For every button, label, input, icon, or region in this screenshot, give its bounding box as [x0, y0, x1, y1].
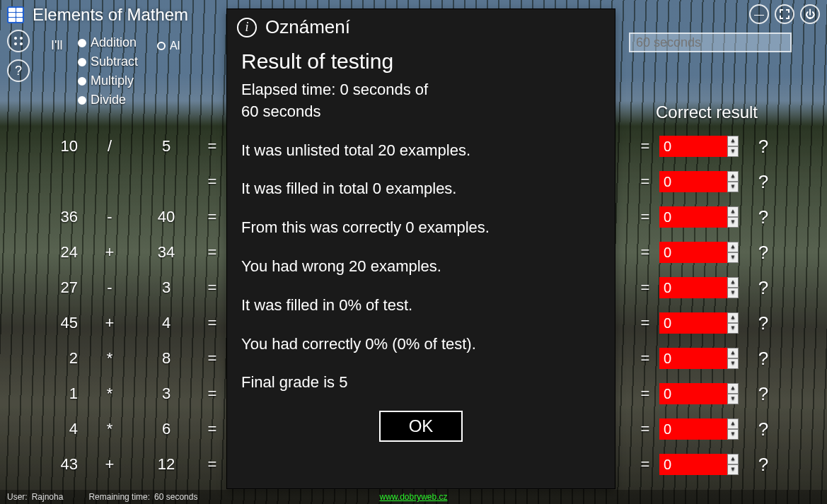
- equals-sign-right: =: [631, 279, 659, 297]
- equals-sign-right: =: [631, 349, 659, 368]
- spin-up[interactable]: ▲: [727, 206, 739, 217]
- ok-button[interactable]: OK: [379, 411, 463, 442]
- equals-sign-right: =: [631, 137, 659, 156]
- info-icon: i: [237, 18, 257, 37]
- options-label: I'll: [51, 38, 62, 53]
- spinner: ▲▼: [727, 383, 739, 404]
- operator: +: [78, 243, 141, 262]
- spinner: ▲▼: [727, 454, 739, 475]
- operand-b: 5: [141, 137, 191, 156]
- fullscreen-button[interactable]: [775, 4, 794, 24]
- spin-up[interactable]: ▲: [727, 242, 739, 252]
- hint-button[interactable]: ?: [739, 312, 788, 334]
- operator: +: [78, 314, 141, 332]
- spinner: ▲▼: [727, 277, 739, 298]
- operand-a: 45: [42, 314, 78, 332]
- hint-button[interactable]: ?: [739, 242, 788, 264]
- operand-b: 3: [141, 385, 191, 403]
- answer-input[interactable]: [659, 348, 727, 369]
- status-remaining-value: 60 seconds: [154, 492, 197, 502]
- radio-addition[interactable]: Addition: [78, 35, 138, 50]
- spin-up[interactable]: ▲: [727, 348, 739, 358]
- elapsed-line-1: Elapsed time: 0 seconds of: [241, 79, 601, 101]
- spin-down[interactable]: ▼: [727, 288, 739, 298]
- operand-a: 27: [42, 279, 78, 297]
- hint-button[interactable]: ?: [739, 348, 788, 370]
- equals-sign-right: =: [631, 243, 659, 262]
- answer-input[interactable]: [659, 206, 727, 228]
- answer-input[interactable]: [659, 277, 727, 298]
- total-line: It was unlisted total 20 examples.: [241, 140, 601, 162]
- operator: *: [78, 385, 141, 403]
- operand-a: 2: [42, 349, 78, 368]
- spin-down[interactable]: ▼: [727, 323, 739, 334]
- svg-point-1: [20, 37, 23, 40]
- spin-down[interactable]: ▼: [727, 464, 739, 475]
- power-button[interactable]: ⏻: [800, 4, 820, 24]
- hint-button[interactable]: ?: [739, 171, 788, 193]
- status-user-label: User:: [7, 492, 28, 502]
- equals-sign-right: =: [631, 208, 659, 226]
- radio-multiply[interactable]: Multiply: [78, 74, 138, 88]
- app-icon: [7, 6, 24, 23]
- filled-line: It was filled in total 0 examples.: [241, 178, 601, 200]
- spin-down[interactable]: ▼: [727, 394, 739, 404]
- timer-input[interactable]: [629, 33, 792, 52]
- minimize-button[interactable]: —: [749, 4, 769, 24]
- answer-input[interactable]: [659, 312, 727, 334]
- operand-b: 6: [141, 420, 191, 438]
- answer-input[interactable]: [659, 136, 727, 157]
- dialog-header: i Oznámení: [227, 9, 615, 41]
- spin-down[interactable]: ▼: [727, 182, 739, 192]
- operand-b: 4: [141, 314, 191, 332]
- spin-up[interactable]: ▲: [727, 136, 739, 146]
- answer-input[interactable]: [659, 242, 727, 263]
- operand-b: 8: [141, 349, 191, 368]
- answer-input[interactable]: [659, 171, 727, 192]
- answer-input[interactable]: [659, 383, 727, 404]
- spinner: ▲▼: [727, 242, 739, 263]
- spinner: ▲▼: [727, 418, 739, 440]
- menu-button[interactable]: [7, 30, 30, 52]
- help-button[interactable]: ?: [7, 59, 30, 82]
- wrong-line: You had wrong 20 examples.: [241, 256, 601, 278]
- operand-a: 10: [42, 137, 78, 156]
- answer-input[interactable]: [659, 418, 727, 440]
- spinner: ▲▼: [727, 348, 739, 369]
- pct-line: It was filled in 0% of test.: [241, 295, 601, 317]
- radio-divide[interactable]: Divide: [78, 93, 138, 107]
- equals-sign-right: =: [631, 385, 659, 403]
- hint-button[interactable]: ?: [739, 383, 788, 405]
- dialog-body: Result of testing Elapsed time: 0 second…: [227, 41, 615, 449]
- operator: *: [78, 349, 141, 368]
- spin-down[interactable]: ▼: [727, 217, 739, 228]
- spinner: ▲▼: [727, 312, 739, 334]
- operand-b: 12: [141, 455, 191, 474]
- svg-point-2: [14, 42, 17, 45]
- spin-down[interactable]: ▼: [727, 146, 739, 157]
- spin-up[interactable]: ▲: [727, 312, 739, 323]
- spin-up[interactable]: ▲: [727, 383, 739, 394]
- hint-button[interactable]: ?: [739, 454, 788, 476]
- status-link[interactable]: www.dobryweb.cz: [379, 492, 447, 502]
- spin-up[interactable]: ▲: [727, 454, 739, 464]
- spin-down[interactable]: ▼: [727, 252, 739, 263]
- answer-input[interactable]: [659, 454, 727, 475]
- spin-up[interactable]: ▲: [727, 171, 739, 182]
- spin-down[interactable]: ▼: [727, 358, 739, 369]
- spin-up[interactable]: ▲: [727, 277, 739, 288]
- correct-line: From this was correctly 0 examples.: [241, 217, 601, 239]
- spinner: ▲▼: [727, 136, 739, 157]
- side-controls: ?: [7, 30, 30, 82]
- spin-down[interactable]: ▼: [727, 429, 739, 440]
- operand-b: 40: [141, 208, 191, 226]
- operator: -: [78, 208, 141, 226]
- hint-button[interactable]: ?: [739, 136, 788, 158]
- spin-up[interactable]: ▲: [727, 418, 739, 429]
- hint-button[interactable]: ?: [739, 418, 788, 440]
- hint-button[interactable]: ?: [739, 277, 788, 299]
- hint-button[interactable]: ?: [739, 206, 788, 228]
- result-heading: Result of testing: [241, 47, 601, 76]
- radio-subtract[interactable]: Subtract: [78, 54, 138, 69]
- radio-all[interactable]: Al: [157, 40, 180, 52]
